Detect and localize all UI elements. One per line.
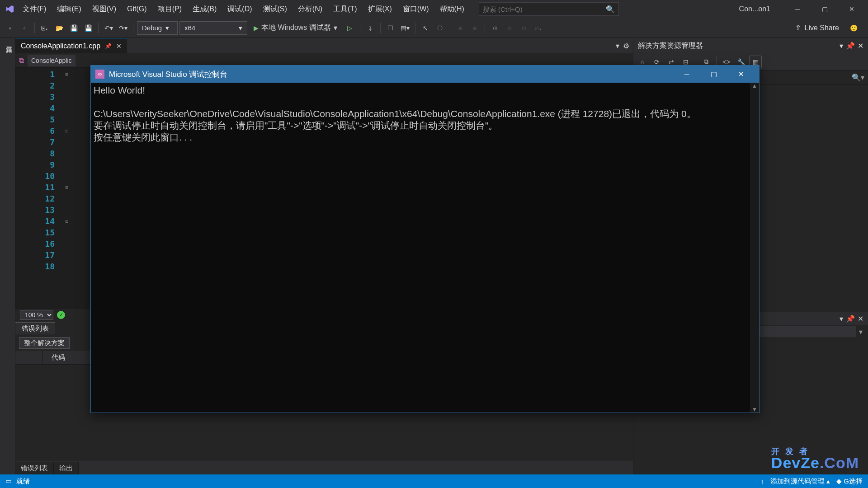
line-gutter: 123 456 789 101112 131415 161718 — [15, 68, 63, 308]
window-close[interactable]: ✕ — [838, 0, 865, 18]
start-debug-button[interactable]: ▶ 本地 Windows 调试器 ▾ — [249, 21, 342, 35]
tb-icon-g[interactable]: ⟃ — [518, 22, 530, 34]
watermark: 开 发 者 DevZe.CoM — [771, 446, 859, 472]
tb-icon-c[interactable]: ⎔ — [434, 22, 446, 34]
solution-name: Con...on1 — [726, 5, 784, 13]
panel-menu-icon[interactable]: ▾ — [840, 42, 843, 50]
solution-config-combo[interactable]: Debug▾ — [137, 21, 178, 35]
col-code[interactable]: 代码 — [42, 351, 74, 364]
save-icon[interactable]: 💾 — [67, 22, 80, 34]
title-bar: 文件(F) 编辑(E) 视图(V) Git(G) 项目(P) 生成(B) 调试(… — [0, 0, 868, 18]
error-scope-combo[interactable]: 整个解决方案 — [19, 337, 70, 349]
menu-extensions[interactable]: 扩展(X) — [363, 0, 397, 18]
pin-icon[interactable]: 📌 — [105, 43, 112, 49]
git-repo-button[interactable]: ◆ G选择 — [836, 477, 863, 486]
panel-pin-icon[interactable]: 📌 — [846, 42, 855, 50]
source-control-button[interactable]: 添加到源代码管理 ▴ — [770, 477, 830, 486]
save-all-icon[interactable]: 💾 — [82, 22, 94, 34]
open-file-icon[interactable]: 📂 — [53, 22, 66, 34]
vs-logo-icon — [3, 2, 17, 16]
new-item-icon[interactable]: ⎘▾ — [38, 22, 51, 34]
props-close-icon[interactable]: ✕ — [858, 314, 863, 323]
status-bar: ▭ 就绪 ↑ 添加到源代码管理 ▴ ◆ G选择 — [0, 474, 868, 488]
play-icon: ▶ — [254, 24, 259, 32]
console-close[interactable]: ✕ — [727, 66, 755, 83]
quick-search[interactable]: 🔍 — [479, 2, 619, 16]
main-toolbar: ◦ ◦ ⎘▾ 📂 💾 💾 ↶▾ ↷▾ Debug▾ x64▾ ▶ 本地 Wind… — [0, 18, 868, 38]
window-minimize[interactable]: ─ — [784, 0, 811, 18]
toolbox-rail[interactable]: 工具箱 — [0, 38, 15, 474]
tab-consoleapp-cpp[interactable]: ConsoleApplication1.cpp 📌 ✕ — [15, 38, 127, 53]
menu-file[interactable]: 文件(F) — [17, 0, 52, 18]
panel-close-icon[interactable]: ✕ — [858, 42, 863, 50]
share-icon: ⇪ — [795, 23, 801, 32]
tab-gear-icon[interactable]: ⚙ — [623, 42, 629, 50]
window-maximize[interactable]: ▢ — [811, 0, 838, 18]
console-output: Hello World! C:\Users\VeritySeeker\OneDr… — [91, 83, 759, 145]
tab-label: ConsoleApplication1.cpp — [21, 42, 100, 50]
status-icon: ▭ — [5, 477, 12, 485]
live-share-label: Live Share — [805, 24, 840, 32]
menu-window[interactable]: 窗口(W) — [397, 0, 434, 18]
console-title: Microsoft Visual Studio 调试控制台 — [109, 69, 227, 80]
file-type-icon: ⧉ — [19, 56, 24, 65]
menu-git[interactable]: Git(G) — [122, 0, 152, 18]
solution-platform-combo[interactable]: x64▾ — [179, 21, 247, 35]
menu-edit[interactable]: 编辑(E) — [52, 0, 86, 18]
close-tab-icon[interactable]: ✕ — [116, 42, 122, 50]
step-icon[interactable]: ⤵ — [364, 22, 377, 34]
solution-explorer-title: 解决方案资源管理器 — [638, 41, 703, 51]
console-app-icon: ∞ — [95, 70, 104, 79]
search-icon[interactable]: 🔍▾ — [852, 73, 864, 82]
redo-icon[interactable]: ↷▾ — [117, 22, 129, 34]
bookmark-icon[interactable]: ⟃ — [489, 22, 501, 34]
debug-console-window[interactable]: ∞ Microsoft Visual Studio 调试控制台 ─ ▢ ✕ He… — [90, 65, 760, 413]
tb-icon-a[interactable]: ☐ — [384, 22, 397, 34]
menu-test[interactable]: 测试(S) — [258, 0, 292, 18]
fold-column[interactable]: ⊟ ⊟ ⊟⊟ — [63, 68, 71, 308]
menu-build[interactable]: 生成(B) — [187, 0, 222, 18]
menu-bar: 文件(F) 编辑(E) 视图(V) Git(G) 项目(P) 生成(B) 调试(… — [17, 0, 470, 18]
tb-icon-b[interactable]: ▤▾ — [399, 22, 411, 34]
props-menu-icon[interactable]: ▾ — [840, 314, 843, 323]
console-body[interactable]: Hello World! C:\Users\VeritySeeker\OneDr… — [91, 83, 759, 413]
scope-combo[interactable]: ConsoleApplic — [28, 55, 75, 66]
menu-analyze[interactable]: 分析(N) — [292, 0, 328, 18]
menu-project[interactable]: 项目(P) — [152, 0, 187, 18]
scroll-down-icon[interactable]: ▼ — [752, 406, 757, 413]
tb-icon-f[interactable]: ⟃ — [503, 22, 516, 34]
tab-overflow-icon[interactable]: ▾ — [616, 42, 619, 50]
menu-debug[interactable]: 调试(D) — [222, 0, 257, 18]
menu-tools[interactable]: 工具(T) — [328, 0, 362, 18]
document-tabs: ConsoleApplication1.cpp 📌 ✕ ▾ ⚙ — [15, 38, 633, 53]
nav-backward-icon[interactable]: ◦ — [4, 22, 16, 34]
console-titlebar[interactable]: ∞ Microsoft Visual Studio 调试控制台 ─ ▢ ✕ — [91, 66, 759, 83]
feedback-icon[interactable]: 🙂 — [847, 22, 860, 34]
start-debug-label: 本地 Windows 调试器 — [261, 23, 331, 33]
search-icon[interactable]: 🔍 — [606, 5, 615, 14]
search-input[interactable] — [483, 5, 606, 13]
nav-forward-icon[interactable]: ◦ — [18, 22, 31, 34]
zoom-combo[interactable]: 100 % — [20, 310, 53, 320]
console-maximize[interactable]: ▢ — [700, 66, 727, 83]
menu-view[interactable]: 视图(V) — [87, 0, 122, 18]
props-pin-icon[interactable]: 📌 — [846, 314, 855, 323]
status-ready: 就绪 — [16, 477, 30, 486]
no-issues-icon[interactable]: ✓ — [57, 311, 65, 319]
status-up-icon[interactable]: ↑ — [760, 478, 764, 485]
scroll-up-icon[interactable]: ▲ — [752, 83, 757, 89]
start-wo-debug-icon[interactable]: ▷ — [344, 22, 356, 34]
tab-error-list[interactable]: 错误列表 — [15, 462, 54, 474]
console-minimize[interactable]: ─ — [673, 66, 700, 83]
tb-icon-d[interactable]: ≡ — [454, 22, 467, 34]
tab-output[interactable]: 输出 — [54, 462, 79, 474]
error-list-title[interactable]: 错误列表 — [15, 322, 55, 334]
tb-icon-h[interactable]: ⟃▾ — [532, 22, 545, 34]
cursor-icon[interactable]: ↖ — [419, 22, 432, 34]
live-share-button[interactable]: ⇪ Live Share — [791, 23, 844, 32]
undo-icon[interactable]: ↶▾ — [102, 22, 115, 34]
console-scrollbar[interactable]: ▲ ▼ — [750, 83, 759, 413]
tb-icon-e[interactable]: ≡ — [468, 22, 481, 34]
menu-help[interactable]: 帮助(H) — [434, 0, 470, 18]
